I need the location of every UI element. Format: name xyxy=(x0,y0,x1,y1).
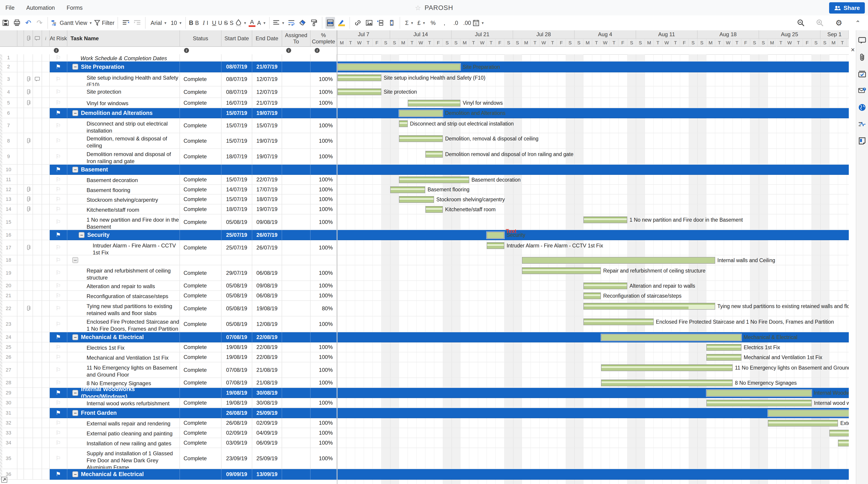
task-name-cell[interactable]: – xyxy=(67,255,180,265)
at-risk-flag-cell[interactable]: ⚐ xyxy=(50,265,67,281)
pct-cell[interactable]: 100% xyxy=(311,428,337,438)
proofs-icon[interactable] xyxy=(858,70,866,78)
publish-icon[interactable] xyxy=(858,103,866,111)
start-cell[interactable]: 14/07/19 xyxy=(221,185,252,194)
close-icon[interactable]: × xyxy=(851,46,855,54)
task-name-cell[interactable]: – Demolition and Alterations xyxy=(67,108,180,118)
end-cell[interactable]: 19/07/19 xyxy=(252,205,282,214)
attachments-icon[interactable] xyxy=(858,53,866,61)
pct-cell[interactable]: 80% xyxy=(311,301,337,316)
gantt-row[interactable]: Internal wood works refurbishment xyxy=(338,398,849,408)
end-cell[interactable]: 22/07/19 xyxy=(252,175,282,185)
column-header-pct[interactable]: % Complete xyxy=(311,30,337,47)
at-risk-flag-cell[interactable]: ⚐ xyxy=(50,54,67,62)
gantt-parent-bar[interactable] xyxy=(338,64,460,70)
pct-cell[interactable]: 100% xyxy=(311,175,337,185)
status-cell[interactable]: Complete xyxy=(180,133,221,149)
assigned-cell[interactable] xyxy=(282,291,311,301)
at-risk-flag-cell[interactable]: ⚐ xyxy=(50,255,67,265)
card-view-icon[interactable] xyxy=(376,17,385,29)
row-number[interactable]: 8 xyxy=(0,133,18,149)
gantt-task-bar[interactable] xyxy=(601,364,733,371)
at-risk-flag-cell[interactable]: ⚐ xyxy=(50,72,67,86)
pct-cell[interactable]: 100% xyxy=(311,265,337,281)
gantt-row[interactable]: Repair and refurbishment of ceiling stru… xyxy=(338,265,849,281)
row-number[interactable]: 30 xyxy=(0,398,18,408)
paperclip-icon[interactable] xyxy=(24,185,33,194)
toolbar-font-size[interactable]: 10▼ xyxy=(169,17,182,29)
status-cell[interactable]: Complete xyxy=(180,175,221,185)
row-number[interactable]: 9 xyxy=(0,149,18,165)
task-name-cell[interactable]: Demolition removal and disposal of Iron … xyxy=(67,149,180,165)
end-cell[interactable]: 21/07/19 xyxy=(252,62,282,72)
end-cell[interactable]: 22/08/19 xyxy=(252,352,282,362)
gantt-parent-bar[interactable] xyxy=(522,257,715,264)
start-cell[interactable]: 25/07/19 xyxy=(221,230,252,240)
gantt-task-bar[interactable] xyxy=(399,120,408,127)
pct-cell[interactable] xyxy=(311,165,337,175)
paperclip-icon[interactable] xyxy=(24,301,33,316)
status-cell[interactable]: Complete xyxy=(180,265,221,281)
gantt-row[interactable]: SecurityText xyxy=(338,230,849,240)
pct-cell[interactable]: 100% xyxy=(311,133,337,149)
end-cell[interactable] xyxy=(252,165,282,175)
at-risk-flag-cell[interactable]: ⚐ xyxy=(50,194,67,205)
status-cell[interactable]: Complete xyxy=(180,378,221,388)
toolbar-decimal-increase[interactable]: .00 xyxy=(461,17,471,29)
status-cell[interactable] xyxy=(180,165,221,175)
end-cell[interactable]: 18/07/19 xyxy=(252,194,282,205)
row-number[interactable]: 19 xyxy=(0,265,18,281)
gantt-row[interactable]: Electrics 1st Fix xyxy=(338,342,849,352)
gantt-row[interactable]: Mechanical & Electrical xyxy=(338,332,849,342)
gantt-view-icon[interactable]: Gantt View▼ xyxy=(51,17,92,29)
task-name-cell[interactable]: Site protection xyxy=(67,86,180,98)
row-number[interactable]: 16 xyxy=(0,230,18,240)
status-cell[interactable]: Complete xyxy=(180,214,221,230)
start-cell[interactable]: 18/07/19 xyxy=(221,149,252,165)
column-header-assigned[interactable]: Assigned To xyxy=(282,30,311,47)
assigned-cell[interactable] xyxy=(282,418,311,428)
task-name-cell[interactable]: – Basement xyxy=(67,165,180,175)
gantt-row[interactable] xyxy=(338,54,849,62)
row-number[interactable]: 35 xyxy=(0,448,18,469)
gantt-row[interactable] xyxy=(338,438,849,448)
task-name-cell[interactable]: 8 No Emergency Signages xyxy=(67,378,180,388)
row-number[interactable]: 10 xyxy=(0,165,18,175)
start-cell[interactable]: 08/07/19 xyxy=(221,72,252,86)
gantt-row[interactable] xyxy=(338,469,849,480)
gantt-row[interactable]: 11 No Emergency lights on Basement and G… xyxy=(338,362,849,378)
merge-cells-icon[interactable] xyxy=(326,17,335,29)
task-name-cell[interactable]: External patio cleaning and painting xyxy=(67,428,180,438)
pct-cell[interactable] xyxy=(311,54,337,62)
gantt-row[interactable]: Kitchenette/staff room xyxy=(338,205,849,214)
at-risk-flag-cell[interactable]: ⚐ xyxy=(50,281,67,291)
eraser-icon[interactable] xyxy=(298,17,307,29)
assigned-cell[interactable] xyxy=(282,352,311,362)
start-cell[interactable] xyxy=(221,255,252,265)
end-cell[interactable]: 15/07/19 xyxy=(252,118,282,133)
gantt-task-bar[interactable] xyxy=(706,344,741,351)
status-cell[interactable] xyxy=(180,388,221,398)
task-name-cell[interactable]: Disconnect and strip out electrical inst… xyxy=(67,118,180,133)
status-cell[interactable]: Complete xyxy=(180,448,221,469)
gantt-task-bar[interactable] xyxy=(583,282,627,289)
status-cell[interactable]: Complete xyxy=(180,72,221,86)
gantt-task-bar[interactable] xyxy=(706,354,741,361)
gantt-chart[interactable]: Jul 7Jul 14Jul 21Jul 28Aug 4Aug 11Aug 18… xyxy=(337,30,849,484)
start-cell[interactable]: 25/07/19 xyxy=(221,240,252,255)
assigned-cell[interactable] xyxy=(282,438,311,448)
start-cell[interactable]: 15/07/19 xyxy=(221,133,252,149)
task-name-cell[interactable]: Kitchenette/staff room xyxy=(67,205,180,214)
start-cell[interactable]: 02/09/19 xyxy=(221,428,252,438)
pct-cell[interactable] xyxy=(311,408,337,418)
assigned-cell[interactable] xyxy=(282,62,311,72)
end-cell[interactable]: 19/07/19 xyxy=(252,133,282,149)
start-cell[interactable]: 16/07/19 xyxy=(221,98,252,108)
pct-cell[interactable]: 100% xyxy=(311,342,337,352)
paperclip-icon[interactable] xyxy=(24,72,33,86)
gantt-row[interactable]: Mechanical and Ventilation 1st Fix xyxy=(338,352,849,362)
task-name-cell[interactable]: External walls repair and rendering xyxy=(67,418,180,428)
pct-cell[interactable] xyxy=(311,62,337,72)
start-cell[interactable]: 26/08/19 xyxy=(221,418,252,428)
start-cell[interactable]: 08/07/19 xyxy=(221,62,252,72)
